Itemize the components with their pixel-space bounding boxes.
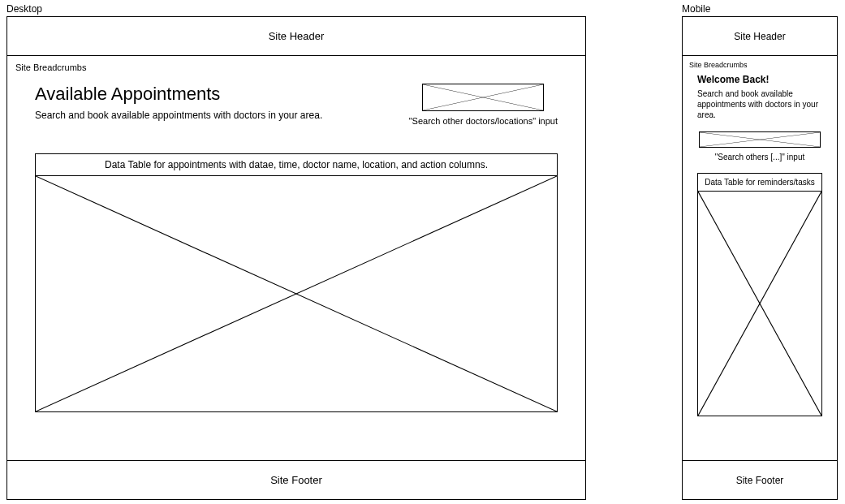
search-caption: "Search other doctors/locations" input [409,116,558,126]
title-block: Available Appointments Search and book a… [35,84,322,132]
site-footer: Site Footer [683,460,837,499]
appointments-table-header: Data Table for appointments with datae, … [36,154,557,176]
appointments-table: Data Table for appointments with datae, … [35,153,558,412]
search-block: "Search other doctors/locations" input [409,84,558,126]
site-footer-text: Site Footer [270,474,322,486]
search-caption: "Search others [...]" input [697,153,822,162]
page-title: Available Appointments [35,84,322,105]
site-header-text: Site Header [734,31,785,42]
desktop-frame: Site Header Site Breadcrumbs Available A… [6,16,586,500]
page-title: Welcome Back! [697,74,822,85]
mobile-device-label: Mobile [682,3,710,15]
breadcrumb: Site Breadcrumbs [683,56,837,69]
search-input[interactable] [699,131,821,148]
search-input[interactable] [422,84,544,111]
site-header: Site Header [683,17,837,56]
site-header: Site Header [7,17,585,56]
site-footer-text: Site Footer [736,475,784,486]
appointments-table-body [36,176,557,411]
reminders-table-header: Data Table for reminders/tasks [698,174,821,192]
page-subtitle: Search and book available appointments w… [35,110,322,121]
page-subtitle: Search and book available appointments w… [697,88,822,120]
site-header-text: Site Header [269,30,325,42]
reminders-table: Data Table for reminders/tasks [697,173,822,416]
site-footer: Site Footer [7,460,585,499]
reminders-table-body [698,192,821,416]
mobile-frame: Site Header Site Breadcrumbs Welcome Bac… [682,16,838,500]
desktop-device-label: Desktop [6,3,42,15]
breadcrumb: Site Breadcrumbs [7,56,585,72]
